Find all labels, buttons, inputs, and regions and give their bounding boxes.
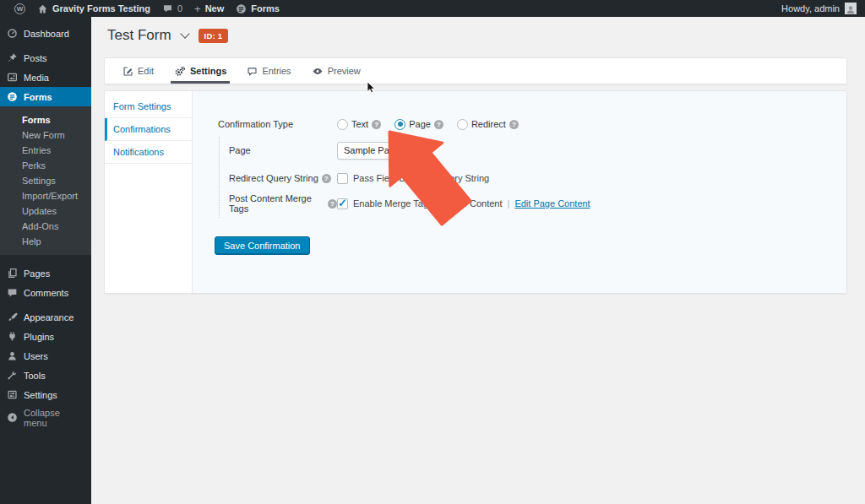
collapse-arrow-icon — [7, 412, 18, 423]
confirmation-child-settings: Page Sample Page Redirect Query String ?… — [219, 137, 830, 218]
collapse-menu-button[interactable]: Collapse menu — [0, 408, 91, 427]
new-label: New — [205, 3, 225, 14]
page-title: Test Form — [107, 27, 171, 44]
pin-icon — [7, 52, 18, 63]
forms-admin-bar-label: Forms — [251, 3, 280, 14]
settings-nav-notifications[interactable]: Notifications — [105, 141, 192, 164]
forms-admin-bar-button[interactable]: Forms — [230, 0, 286, 17]
sidebar-item-settings[interactable]: Settings — [0, 385, 91, 404]
submenu-item-settings[interactable]: Settings — [0, 173, 91, 188]
submenu-item-perks[interactable]: Perks — [0, 158, 91, 173]
sidebar-label-forms: Forms — [24, 92, 52, 102]
help-icon[interactable]: ? — [328, 199, 337, 209]
submenu-item-new-form[interactable]: New Form — [0, 127, 91, 143]
sidebar-label-dashboard: Dashboard — [24, 29, 69, 39]
settings-nav: Form Settings Confirmations Notification… — [105, 91, 193, 293]
page-header: Test Form ID: 1 — [107, 27, 228, 44]
help-icon[interactable]: ? — [509, 120, 519, 129]
redirect-query-label: Redirect Query String — [229, 173, 318, 183]
tab-preview-label: Preview — [328, 66, 361, 76]
radio-option-page[interactable]: Page ? — [394, 119, 443, 130]
merge-tags-label: Post Content Merge Tags — [229, 193, 324, 214]
new-content-button[interactable]: + New — [188, 0, 230, 17]
sidebar-item-forms[interactable]: Forms — [0, 87, 91, 106]
dashboard-icon — [7, 28, 18, 39]
appearance-icon — [7, 312, 18, 322]
sidebar-item-posts[interactable]: Posts — [0, 48, 91, 68]
comment-bubble-icon — [162, 3, 173, 14]
redirect-query-row: Redirect Query String ? ✓ Pass Field Dat… — [229, 169, 830, 187]
page-select-value: Sample Page — [344, 145, 400, 155]
form-tab-bar: Edit Settings Entries Preview — [104, 57, 847, 84]
bubble-icon — [247, 66, 258, 77]
radio-redirect[interactable] — [457, 119, 468, 130]
radio-option-text[interactable]: Text ? — [337, 119, 381, 130]
chevron-down-icon[interactable] — [180, 29, 189, 38]
enable-merge-tags-checkbox[interactable]: ✓ — [337, 198, 348, 209]
howdy-text[interactable]: Howdy, admin — [781, 3, 840, 14]
sidebar-item-appearance[interactable]: Appearance — [0, 307, 91, 327]
wordpress-logo-icon: W — [14, 3, 25, 14]
gears-icon — [174, 66, 186, 77]
user-silhouette-icon — [846, 4, 856, 14]
settings-icon — [7, 389, 18, 400]
tab-entries[interactable]: Entries — [243, 58, 294, 84]
submenu-item-import-export[interactable]: Import/Export — [0, 188, 91, 203]
submenu-item-add-ons[interactable]: Add-Ons — [0, 219, 91, 234]
pencil-icon — [122, 66, 133, 77]
sidebar-item-tools[interactable]: Tools — [0, 366, 91, 385]
link-separator: | — [508, 198, 510, 209]
settings-nav-confirmations[interactable]: Confirmations — [105, 118, 192, 141]
tab-settings[interactable]: Settings — [171, 58, 230, 84]
pass-field-data-checkbox[interactable]: ✓ — [337, 173, 348, 184]
submenu-item-forms[interactable]: Forms — [0, 112, 91, 127]
radio-page-label: Page — [409, 119, 431, 129]
sidebar-label-media: Media — [24, 73, 49, 83]
comments-admin-bar-button[interactable]: 0 — [156, 0, 188, 17]
sidebar-label-users: Users — [24, 351, 48, 361]
avatar[interactable] — [845, 3, 857, 14]
radio-option-redirect[interactable]: Redirect ? — [457, 119, 519, 130]
sidebar-item-media[interactable]: Media — [0, 68, 91, 87]
settings-panel: Form Settings Confirmations Notification… — [104, 90, 847, 294]
sidebar-label-comments: Comments — [24, 288, 68, 298]
confirmation-type-row: Confirmation Type Text ? Page ? Redir — [218, 115, 830, 133]
radio-text-label: Text — [351, 119, 368, 129]
page-label: Page — [229, 145, 337, 155]
pages-icon — [7, 268, 18, 279]
help-icon[interactable]: ? — [322, 174, 331, 183]
site-name: Gravity Forms Testing — [52, 3, 150, 14]
site-link[interactable]: Gravity Forms Testing — [31, 0, 156, 17]
sidebar-item-comments[interactable]: Comments — [0, 283, 91, 302]
submenu-item-help[interactable]: Help — [0, 234, 91, 249]
submenu-item-entries[interactable]: Entries — [0, 143, 91, 158]
wordpress-menu-button[interactable]: W — [8, 0, 31, 17]
sidebar-item-plugins[interactable]: Plugins — [0, 327, 91, 346]
sidebar-item-pages[interactable]: Pages — [0, 263, 91, 283]
help-icon[interactable]: ? — [372, 120, 381, 129]
select-arrows-icon — [417, 146, 422, 154]
confirmation-settings-form: Confirmation Type Text ? Page ? Redir — [193, 91, 846, 293]
forms-submenu: Forms New Form Entries Perks Settings Im… — [0, 106, 91, 255]
sidebar-item-users[interactable]: Users — [0, 346, 91, 366]
page-select[interactable]: Sample Page — [337, 142, 427, 160]
submenu-item-updates[interactable]: Updates — [0, 203, 91, 219]
radio-page[interactable] — [394, 119, 405, 130]
tab-preview[interactable]: Preview — [308, 58, 364, 84]
save-confirmation-button[interactable]: Save Confirmation — [215, 236, 310, 255]
radio-text[interactable] — [337, 119, 348, 130]
settings-nav-form-settings[interactable]: Form Settings — [105, 95, 192, 118]
tab-edit[interactable]: Edit — [119, 58, 157, 84]
plus-icon: + — [194, 3, 201, 15]
confirmation-type-radio-group: Text ? Page ? Redirect ? — [337, 119, 519, 130]
admin-sidebar: Dashboard Posts Media Forms Forms New Fo… — [0, 17, 91, 504]
sidebar-label-plugins: Plugins — [24, 332, 54, 342]
radio-redirect-label: Redirect — [471, 119, 506, 129]
help-icon[interactable]: ? — [434, 120, 443, 129]
edit-page-content-link[interactable]: Edit Page Content — [514, 198, 590, 209]
confirmation-type-label: Confirmation Type — [218, 119, 337, 129]
gravity-forms-icon — [7, 91, 18, 102]
sidebar-label-settings: Settings — [24, 390, 57, 400]
sidebar-item-dashboard[interactable]: Dashboard — [0, 24, 91, 43]
users-icon — [7, 350, 18, 361]
